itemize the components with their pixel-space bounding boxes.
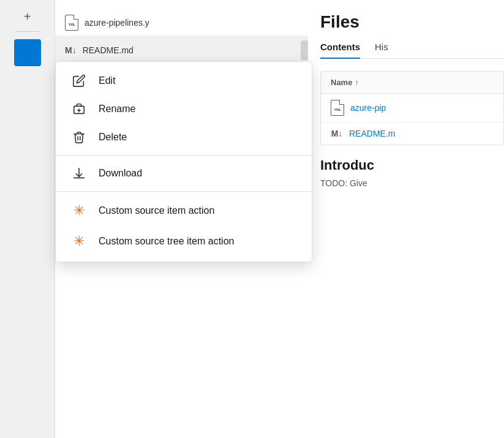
menu-item-custom-source[interactable]: ✳ Custom source item action [56, 195, 312, 226]
tree-file-name-yml: azure-pipelines.y [85, 18, 149, 28]
delete-icon [70, 130, 88, 144]
tab-contents[interactable]: Contents [320, 42, 360, 58]
add-button[interactable]: + [24, 10, 31, 24]
tab-history-partial[interactable]: His [375, 42, 388, 58]
menu-item-edit[interactable]: Edit [56, 67, 312, 95]
rename-icon [70, 102, 88, 116]
menu-divider-1 [56, 155, 312, 156]
asterisk-icon-1: ✳ [70, 203, 88, 219]
files-panel-title: Files [320, 12, 504, 32]
files-table: Name ↑ YML azure-pip M↓ README.m [320, 71, 504, 145]
menu-label-download: Download [99, 168, 142, 179]
files-tabs: Contents His [320, 42, 504, 59]
files-panel: Files Contents His Name ↑ YML azure-pip … [308, 0, 504, 438]
files-table-header: Name ↑ [321, 72, 503, 94]
intro-text: TODO: Give [320, 178, 504, 188]
menu-item-rename[interactable]: Rename [56, 95, 312, 123]
intro-section: Introduc TODO: Give [320, 157, 504, 188]
menu-item-custom-tree[interactable]: ✳ Custom source tree item action [56, 226, 312, 257]
table-row-md[interactable]: M↓ README.m [321, 123, 503, 145]
menu-label-delete: Delete [99, 132, 127, 143]
menu-label-edit: Edit [99, 75, 116, 86]
context-menu: Edit Rename Dele [55, 61, 312, 262]
intro-title: Introduc [320, 157, 504, 173]
table-row-yml[interactable]: YML azure-pip [321, 94, 503, 123]
md-file-icon: M↓ [65, 45, 77, 55]
menu-label-custom-tree: Custom source tree item action [99, 236, 234, 247]
menu-label-custom-source: Custom source item action [99, 205, 214, 216]
menu-label-rename: Rename [99, 104, 135, 115]
menu-divider-2 [56, 191, 312, 192]
menu-item-download[interactable]: Download [56, 159, 312, 187]
table-file-name-md: README.m [349, 129, 395, 138]
menu-item-delete[interactable]: Delete [56, 123, 312, 151]
yml-file-icon: YML [65, 15, 78, 31]
sidebar-divider [15, 31, 40, 32]
tree-row-yml[interactable]: YML azure-pipelines.y [55, 10, 330, 36]
left-sidebar: + [0, 0, 55, 438]
table-yml-icon: YML [331, 100, 344, 116]
asterisk-icon-2: ✳ [70, 233, 88, 249]
edit-icon [70, 74, 88, 88]
table-md-icon: M↓ [331, 129, 343, 138]
tree-row-md[interactable]: M↓ README.md ⋮ [55, 36, 330, 65]
tree-file-name-md: README.md [83, 45, 134, 55]
name-column-header: Name ↑ [331, 78, 359, 87]
download-icon [70, 167, 88, 180]
table-file-name-yml: azure-pip [350, 103, 386, 113]
avatar [14, 39, 41, 66]
